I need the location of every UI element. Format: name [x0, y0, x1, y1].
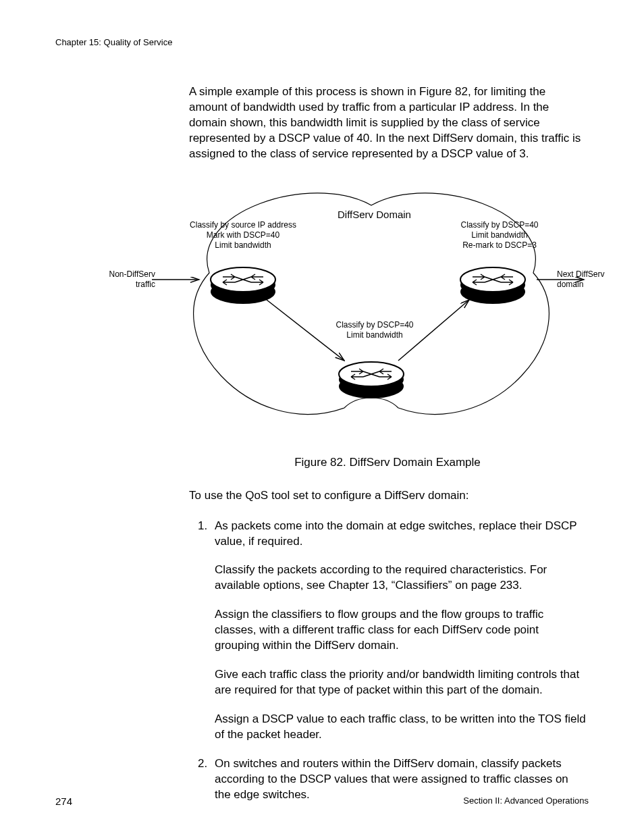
figure-caption: Figure 82. DiffServ Domain Example: [189, 455, 586, 471]
router-left-icon: [211, 267, 275, 304]
steps-list: As packets come into the domain at edge …: [189, 519, 586, 803]
step-1-p1: As packets come into the domain at edge …: [215, 519, 586, 550]
step-1-p4: Give each traffic class the priority and…: [215, 667, 586, 698]
domain-title: DiffServ Domain: [338, 209, 411, 221]
router-right-icon: [460, 267, 525, 304]
body-column: A simple example of this process is show…: [189, 84, 586, 803]
step-1-p2: Classify the packets according to the re…: [215, 563, 586, 594]
next-diffserv-label: Next DiffServ domain: [557, 269, 611, 290]
router-middle-icon: [339, 362, 404, 398]
step-1-p5: Assign a DSCP value to each traffic clas…: [215, 712, 586, 743]
chapter-header: Chapter 15: Quality of Service: [55, 37, 589, 47]
non-diffserv-label: Non-DiffServ traffic: [108, 269, 155, 290]
figure-82: DiffServ Domain Non-DiffServ traffic Nex…: [115, 178, 601, 448]
section-label: Section II: Advanced Operations: [463, 796, 589, 806]
right-router-label: Classify by DSCP=40 Limit bandwidth Re-m…: [446, 220, 554, 251]
step-1: As packets come into the domain at edge …: [211, 519, 586, 743]
middle-router-label: Classify by DSCP=40 Limit bandwidth: [324, 320, 425, 340]
page: Chapter 15: Quality of Service A simple …: [0, 0, 644, 834]
left-router-label: Classify by source IP address Mark with …: [182, 220, 304, 251]
lead-paragraph: To use the QoS tool set to configure a D…: [189, 488, 586, 504]
page-footer: 274 Section II: Advanced Operations: [55, 796, 589, 807]
intro-paragraph: A simple example of this process is show…: [189, 84, 586, 162]
step-1-p3: Assign the classifiers to flow groups an…: [215, 607, 586, 654]
page-number: 274: [55, 796, 72, 807]
